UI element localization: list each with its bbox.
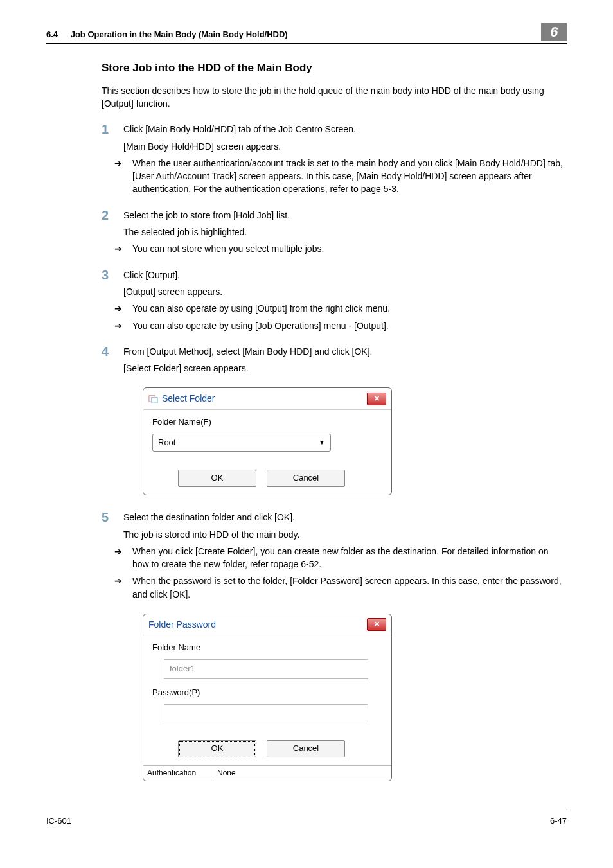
cancel-button[interactable]: Cancel xyxy=(267,740,345,757)
arrow-icon: ➔ xyxy=(123,319,132,332)
header-left: 6.4 Job Operation in the Main Body (Main… xyxy=(46,29,288,41)
dialog-title: Select Folder xyxy=(148,392,215,405)
dialog-statusbar: Authentication None xyxy=(143,765,391,781)
page-footer: IC-601 6-47 xyxy=(46,811,567,828)
step-instruction: Select the job to store from [Hold Job] … xyxy=(123,209,567,222)
step-instruction: From [Output Method], select [Main Body … xyxy=(123,345,567,358)
ok-button[interactable]: OK xyxy=(178,740,256,757)
dialog-titlebar: Folder Password ✕ xyxy=(143,614,391,635)
chevron-down-icon: ▼ xyxy=(319,438,325,448)
select-folder-dialog: Select Folder ✕ Folder Name(F) Root ▼ OK… xyxy=(143,387,392,495)
auth-value: None xyxy=(213,766,240,781)
svg-rect-1 xyxy=(152,398,157,403)
section-title: Job Operation in the Main Body (Main Bod… xyxy=(71,30,288,39)
header-right: 6 xyxy=(541,23,567,41)
folder-name-label: Folder Name(F) xyxy=(152,416,382,429)
arrow-icon: ➔ xyxy=(123,545,132,558)
dialog-title: Folder Password xyxy=(148,618,216,631)
footer-model: IC-601 xyxy=(46,815,71,828)
step-note: ➔When you click [Create Folder], you can… xyxy=(123,545,567,571)
step-note: ➔When the user authentication/account tr… xyxy=(123,157,567,196)
step-note: ➔You can not store when you select multi… xyxy=(123,242,567,255)
step-result: The job is stored into HDD of the main b… xyxy=(123,528,567,541)
page-heading: Store Job into the HDD of the Main Body xyxy=(102,60,567,76)
step-number: 4 xyxy=(102,345,123,358)
step-number: 5 xyxy=(102,511,123,524)
arrow-icon: ➔ xyxy=(123,157,132,170)
step: 4 From [Output Method], select [Main Bod… xyxy=(102,345,567,379)
ok-button[interactable]: OK xyxy=(178,470,256,487)
arrow-icon: ➔ xyxy=(123,242,132,255)
cancel-button[interactable]: Cancel xyxy=(267,470,345,487)
arrow-icon: ➔ xyxy=(123,302,132,315)
step: 2 Select the job to store from [Hold Job… xyxy=(102,209,567,260)
step-note: ➔You can also operate by using [Job Oper… xyxy=(123,319,567,332)
section-number: 6.4 xyxy=(46,30,58,39)
close-icon[interactable]: ✕ xyxy=(367,393,386,405)
auth-label: Authentication xyxy=(143,766,213,781)
intro-paragraph: This section describes how to store the … xyxy=(102,84,567,111)
step-note: ➔You can also operate by using [Output] … xyxy=(123,302,567,315)
footer-page: 6-47 xyxy=(550,815,567,828)
app-icon xyxy=(148,394,158,403)
password-label: Password(P) xyxy=(152,687,382,699)
dialog-titlebar: Select Folder ✕ xyxy=(143,388,391,409)
folder-name-label: Folder Name xyxy=(152,642,382,654)
step: 3 Click [Output]. [Output] screen appear… xyxy=(102,269,567,336)
chapter-badge: 6 xyxy=(541,23,567,41)
folder-name-field: folder1 xyxy=(164,659,368,679)
step-result: [Output] screen appears. xyxy=(123,285,567,298)
step-number: 1 xyxy=(102,123,123,136)
running-header: 6.4 Job Operation in the Main Body (Main… xyxy=(46,23,567,44)
password-field[interactable] xyxy=(164,704,368,722)
step-instruction: Select the destination folder and click … xyxy=(123,511,567,524)
close-icon[interactable]: ✕ xyxy=(367,618,386,631)
step: 1 Click [Main Body Hold/HDD] tab of the … xyxy=(102,123,567,199)
combo-value: Root xyxy=(158,437,175,449)
step-number: 3 xyxy=(102,269,123,281)
folder-name-combobox[interactable]: Root ▼ xyxy=(152,434,331,452)
step-instruction: Click [Output]. xyxy=(123,269,567,281)
folder-password-dialog: Folder Password ✕ Folder Name folder1 Pa… xyxy=(143,614,392,781)
step-result: [Main Body Hold/HDD] screen appears. xyxy=(123,140,567,153)
step-result: The selected job is highlighted. xyxy=(123,226,567,238)
step-result: [Select Folder] screen appears. xyxy=(123,362,567,375)
step-note: ➔When the password is set to the folder,… xyxy=(123,574,567,601)
step: 5 Select the destination folder and clic… xyxy=(102,511,567,605)
arrow-icon: ➔ xyxy=(123,574,132,587)
step-instruction: Click [Main Body Hold/HDD] tab of the Jo… xyxy=(123,123,567,136)
step-number: 2 xyxy=(102,209,123,222)
